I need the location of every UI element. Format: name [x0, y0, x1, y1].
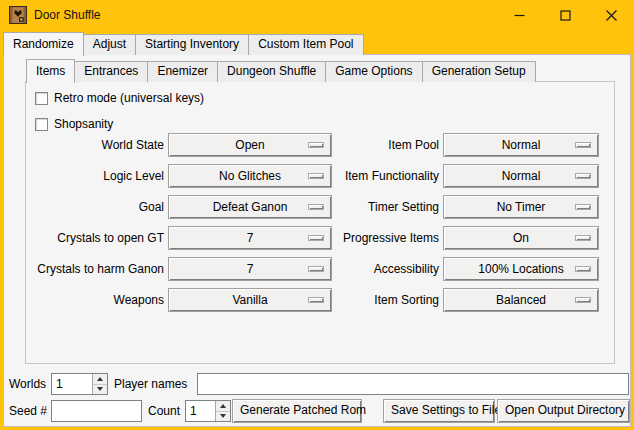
- close-button[interactable]: [588, 0, 634, 30]
- item-sorting-label: Item Sorting: [306, 288, 439, 312]
- window-title: Door Shuffle: [34, 8, 101, 22]
- dropdown-indicator-icon: [575, 142, 591, 148]
- crystals-harm-ganon-value: 7: [247, 262, 254, 276]
- shopsanity-label: Shopsanity: [54, 117, 113, 131]
- app-window: Door Shuffle Randomize Adjust: [0, 0, 634, 430]
- items-page: Retro mode (universal keys) Shopsanity W…: [25, 81, 615, 364]
- accessibility-dropdown[interactable]: 100% Locations: [443, 257, 599, 281]
- progressive-items-value: On: [513, 231, 529, 245]
- item-pool-value: Normal: [502, 138, 541, 152]
- worlds-spin-arrows: [92, 374, 107, 394]
- player-names-label: Player names: [114, 373, 187, 395]
- retro-mode-checkbox[interactable]: [35, 92, 48, 105]
- tab-enemizer[interactable]: Enemizer: [147, 61, 218, 82]
- logic-level-value: No Glitches: [219, 169, 281, 183]
- tab-generation-setup[interactable]: Generation Setup: [422, 61, 536, 82]
- goal-label: Goal: [26, 195, 164, 219]
- tab-entrances[interactable]: Entrances: [74, 61, 148, 82]
- tab-starting-inventory[interactable]: Starting Inventory: [135, 34, 249, 55]
- tab-dungeon-shuffle[interactable]: Dungeon Shuffle: [217, 61, 326, 82]
- worlds-label: Worlds: [9, 373, 46, 395]
- shopsanity-checkbox[interactable]: [35, 118, 48, 131]
- worlds-value[interactable]: 1: [52, 374, 92, 394]
- weapons-value: Vanilla: [232, 293, 267, 307]
- randomize-page: Items Entrances Enemizer Dungeon Shuffle…: [3, 54, 631, 427]
- retro-mode-label: Retro mode (universal keys): [54, 91, 204, 105]
- count-spin-down-icon[interactable]: [216, 411, 230, 422]
- weapons-label: Weapons: [26, 288, 164, 312]
- door-icon: [9, 6, 27, 24]
- item-functionality-label: Item Functionality: [306, 164, 439, 188]
- timer-setting-dropdown[interactable]: No Timer: [443, 195, 599, 219]
- dropdown-indicator-icon: [575, 266, 591, 272]
- maximize-button[interactable]: [542, 0, 588, 30]
- shopsanity-row: Shopsanity: [35, 115, 113, 133]
- logic-level-label: Logic Level: [26, 164, 164, 188]
- crystals-open-gt-label: Crystals to open GT: [26, 226, 164, 250]
- close-icon: [606, 10, 617, 21]
- goal-value: Defeat Ganon: [213, 200, 288, 214]
- generate-patched-rom-button[interactable]: Generate Patched Rom: [232, 399, 362, 423]
- item-sorting-value: Balanced: [496, 293, 546, 307]
- tab-items[interactable]: Items: [26, 59, 75, 83]
- timer-setting-label: Timer Setting: [306, 195, 439, 219]
- minimize-icon: [514, 10, 525, 21]
- dropdown-indicator-icon: [575, 235, 591, 241]
- item-sorting-dropdown[interactable]: Balanced: [443, 288, 599, 312]
- worlds-spin-up-icon[interactable]: [93, 374, 107, 384]
- seed-label: Seed #: [9, 400, 47, 422]
- save-settings-button[interactable]: Save Settings to File: [383, 399, 495, 423]
- progressive-items-label: Progressive Items: [306, 226, 439, 250]
- tab-custom-item-pool[interactable]: Custom Item Pool: [248, 34, 363, 55]
- tab-adjust[interactable]: Adjust: [83, 34, 136, 55]
- crystals-harm-ganon-label: Crystals to harm Ganon: [26, 257, 164, 281]
- minimize-button[interactable]: [496, 0, 542, 30]
- world-state-value: Open: [235, 138, 264, 152]
- count-value[interactable]: 1: [186, 401, 215, 421]
- crystals-open-gt-value: 7: [247, 231, 254, 245]
- timer-setting-value: No Timer: [497, 200, 546, 214]
- worlds-spin-down-icon[interactable]: [93, 384, 107, 395]
- item-pool-dropdown[interactable]: Normal: [443, 133, 599, 157]
- maximize-icon: [560, 10, 571, 21]
- count-label: Count: [148, 400, 180, 422]
- dropdown-indicator-icon: [575, 173, 591, 179]
- settings-tab-bar: Items Entrances Enemizer Dungeon Shuffle…: [26, 58, 535, 82]
- count-spin-up-icon[interactable]: [216, 401, 230, 411]
- progressive-items-dropdown[interactable]: On: [443, 226, 599, 250]
- dropdown-indicator-icon: [575, 297, 591, 303]
- accessibility-value: 100% Locations: [478, 262, 563, 276]
- item-functionality-dropdown[interactable]: Normal: [443, 164, 599, 188]
- dropdown-indicator-icon: [575, 204, 591, 210]
- caption-buttons: [496, 0, 634, 30]
- open-output-directory-button[interactable]: Open Output Directory: [497, 399, 630, 423]
- seed-input[interactable]: [51, 400, 142, 422]
- player-names-input[interactable]: [197, 373, 629, 395]
- tab-randomize[interactable]: Randomize: [3, 32, 84, 56]
- item-pool-label: Item Pool: [306, 133, 439, 157]
- worlds-spinbox[interactable]: 1: [51, 373, 108, 395]
- count-spinbox[interactable]: 1: [185, 400, 231, 422]
- world-state-label: World State: [26, 133, 164, 157]
- count-spin-arrows: [215, 401, 230, 421]
- retro-mode-row: Retro mode (universal keys): [35, 89, 204, 107]
- tab-game-options[interactable]: Game Options: [325, 61, 422, 82]
- main-tab-bar: Randomize Adjust Starting Inventory Cust…: [3, 31, 363, 55]
- item-functionality-value: Normal: [502, 169, 541, 183]
- accessibility-label: Accessibility: [306, 257, 439, 281]
- titlebar: Door Shuffle: [0, 0, 634, 30]
